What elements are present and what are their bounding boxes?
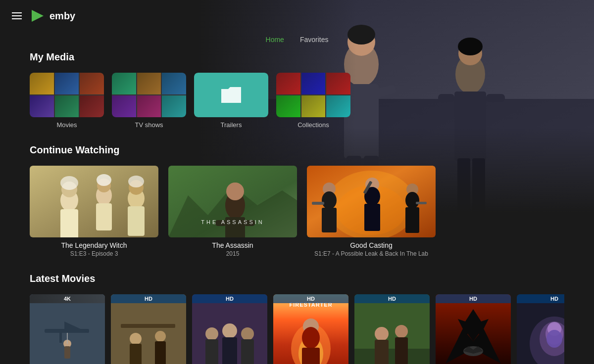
trailers-label: Trailers — [221, 121, 242, 129]
folder-icon — [219, 85, 243, 105]
svg-rect-90 — [395, 337, 408, 364]
quality-badge-hd-2: HD — [111, 294, 186, 303]
media-card-tvshows[interactable]: TV shows — [112, 73, 186, 129]
assassin-image: THE ASSASSIN — [168, 166, 297, 237]
svg-rect-25 — [60, 209, 78, 237]
my-media-title: My Media — [30, 51, 564, 63]
topbar: emby — [0, 0, 594, 32]
movie-thumb-5: HD — [354, 294, 430, 364]
movie-card-1[interactable]: 4K — [30, 294, 105, 364]
movie-card-3[interactable]: HD BLACK SITE — [192, 294, 267, 364]
movie-card-firestarter[interactable]: HD — [273, 294, 348, 364]
svg-rect-62 — [64, 346, 70, 359]
svg-rect-74 — [222, 337, 237, 364]
logo[interactable]: emby — [30, 8, 75, 24]
movie-card-7[interactable]: HD — [517, 294, 564, 364]
assassin-title: The Assassin — [168, 241, 297, 249]
legendary-witch-subtitle: S1:E3 - Episode 3 — [30, 250, 158, 257]
movie-card-batman[interactable]: HD — [436, 294, 511, 364]
svg-rect-60 — [59, 333, 62, 343]
continue-card-legendary-witch[interactable]: The Legendary Witch S1:E3 - Episode 3 — [30, 166, 158, 257]
svg-rect-86 — [354, 349, 430, 364]
quality-badge-hd-6: HD — [436, 294, 511, 303]
quality-badge-hd-3: HD — [192, 294, 267, 303]
svg-rect-51 — [364, 204, 380, 231]
legendary-witch-thumb — [30, 166, 158, 237]
menu-button[interactable] — [12, 12, 22, 19]
svg-point-28 — [97, 174, 111, 186]
continue-card-good-casting[interactable]: Good Casting S1:E7 - A Possible Leak & B… — [307, 166, 436, 257]
quality-badge-hd-4: HD — [273, 294, 348, 303]
quality-badge-hd-5: HD — [354, 294, 430, 303]
app-name: emby — [50, 10, 75, 22]
svg-point-87 — [375, 327, 389, 341]
movie-card-5[interactable]: HD — [354, 294, 430, 364]
good-casting-subtitle: S1:E7 - A Possible Leak & Back In The La… — [307, 250, 436, 257]
assassin-year: 2015 — [168, 250, 297, 257]
svg-point-68 — [155, 331, 166, 342]
svg-point-89 — [395, 325, 408, 338]
svg-point-71 — [205, 327, 218, 340]
legendary-witch-image — [30, 166, 158, 237]
movie-thumb-3: HD BLACK SITE — [192, 294, 267, 364]
movies-row: 4K HD — [30, 294, 564, 364]
main-content: My Media Movies — [0, 51, 594, 364]
svg-point-32 — [128, 176, 144, 187]
svg-point-73 — [222, 323, 237, 338]
tvshows-label: TV shows — [135, 121, 163, 129]
svg-point-54 — [405, 192, 419, 209]
svg-rect-83 — [302, 348, 320, 364]
svg-point-46 — [322, 191, 337, 209]
svg-rect-33 — [128, 206, 145, 236]
movie-thumb-firestarter: HD — [273, 294, 348, 364]
trailers-thumbnail — [194, 73, 268, 117]
tvshows-thumbnail — [112, 73, 186, 117]
svg-rect-29 — [96, 203, 112, 230]
svg-point-66 — [130, 333, 142, 345]
media-card-movies[interactable]: Movies — [30, 73, 104, 129]
legendary-witch-title: The Legendary Witch — [30, 241, 158, 249]
svg-rect-67 — [130, 344, 142, 364]
media-card-trailers[interactable]: Trailers — [194, 73, 268, 129]
svg-rect-88 — [375, 340, 389, 364]
svg-rect-64 — [111, 294, 186, 364]
continue-watching-grid: The Legendary Witch S1:E3 - Episode 3 — [30, 166, 564, 257]
svg-point-101 — [546, 330, 562, 348]
movie-thumb-7: HD — [517, 294, 564, 364]
movies-label: Movies — [56, 121, 77, 129]
continue-card-assassin[interactable]: THE ASSASSIN The Assassin 2015 — [168, 166, 297, 257]
svg-point-24 — [60, 176, 78, 190]
media-grid: Movies TV shows — [30, 73, 564, 129]
collections-thumbnail — [276, 73, 350, 117]
movies-thumbnail — [30, 73, 104, 117]
movie-card-2[interactable]: HD — [111, 294, 186, 364]
collections-label: Collections — [297, 121, 329, 129]
emby-logo-icon — [30, 8, 46, 24]
movie-thumb-2: HD — [111, 294, 186, 364]
svg-rect-76 — [241, 339, 254, 364]
svg-point-82 — [302, 327, 320, 349]
svg-rect-55 — [405, 207, 419, 233]
nav-links: Home Favorites — [0, 32, 594, 51]
quality-badge-4k: 4K — [30, 294, 105, 303]
assassin-thumb: THE ASSASSIN — [168, 166, 297, 237]
svg-text:THE ASSASSIN: THE ASSASSIN — [201, 219, 264, 225]
media-card-collections[interactable]: Collections — [276, 73, 350, 129]
svg-marker-20 — [32, 10, 44, 22]
svg-point-37 — [226, 182, 244, 200]
continue-watching-section: Continue Watching — [30, 144, 564, 257]
svg-point-75 — [241, 327, 254, 340]
svg-rect-72 — [205, 339, 218, 364]
nav-favorites[interactable]: Favorites — [300, 36, 329, 44]
my-media-section: My Media Movies — [30, 51, 564, 129]
continue-watching-title: Continue Watching — [30, 144, 564, 156]
nav-home[interactable]: Home — [266, 36, 284, 44]
latest-movies-title: Latest Movies — [30, 273, 564, 284]
good-casting-thumb — [307, 166, 436, 237]
svg-rect-48 — [312, 202, 324, 205]
good-casting-image — [307, 166, 436, 237]
movie-thumb-1: 4K — [30, 294, 105, 364]
latest-movies-section: Latest Movies 4K — [30, 273, 564, 364]
good-casting-title: Good Casting — [307, 241, 436, 249]
svg-rect-65 — [121, 324, 175, 328]
